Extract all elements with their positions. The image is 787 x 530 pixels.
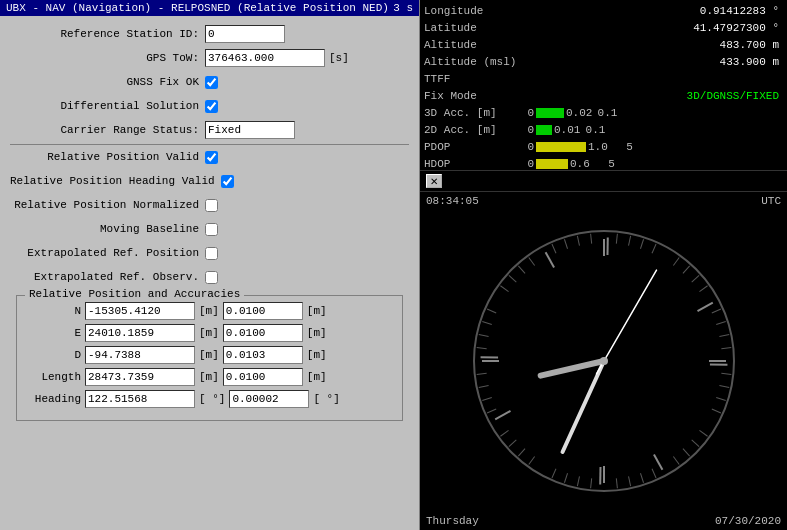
length-label: Length (25, 371, 85, 383)
gps-tow-input[interactable] (205, 49, 325, 67)
fix-mode-row: Fix Mode 3D/DGNSS/FIXED (424, 87, 783, 104)
e-acc-input[interactable] (223, 324, 303, 342)
gnss-fix-checkbox[interactable] (205, 76, 218, 89)
svg-line-57 (551, 244, 555, 253)
svg-line-40 (551, 469, 555, 478)
latitude-key: Latitude (424, 22, 514, 34)
svg-line-14 (628, 236, 630, 246)
clock-svg (464, 221, 744, 501)
svg-line-29 (699, 430, 707, 436)
svg-line-9 (480, 350, 497, 365)
svg-line-38 (577, 476, 579, 486)
svg-line-59 (577, 236, 579, 246)
length-unit: [m] (199, 371, 219, 383)
heading-acc-input[interactable] (229, 390, 309, 408)
diff-solution-label: Differential Solution (10, 100, 205, 112)
acc-2d-bar (536, 125, 552, 135)
n-input[interactable] (85, 302, 195, 320)
moving-baseline-label: Moving Baseline (10, 223, 205, 235)
longitude-row: Longitude 0.91412283 ° (424, 2, 783, 19)
carrier-range-label: Carrier Range Status: (10, 124, 205, 136)
altitude-row: Altitude 483.700 m (424, 36, 783, 53)
form-area: Reference Station ID: GPS ToW: [s] GNSS … (0, 16, 419, 530)
svg-line-49 (476, 348, 486, 349)
altitude-msl-row: Altitude (msl) 433.900 m (424, 53, 783, 70)
group-box-title: Relative Position and Accuracies (25, 288, 244, 300)
rel-pos-norm-checkbox[interactable] (205, 199, 218, 212)
e-input[interactable] (85, 324, 195, 342)
svg-line-11 (541, 252, 558, 267)
n-label: N (25, 305, 85, 317)
clock-panel: ✕ 08:34:05 UTC (420, 170, 787, 530)
extrap-ref-pos-checkbox[interactable] (205, 247, 218, 260)
altitude-key: Altitude (424, 39, 514, 51)
moving-baseline-checkbox[interactable] (205, 223, 218, 236)
heading-unit: [ °] (199, 393, 225, 405)
svg-line-35 (628, 476, 630, 486)
svg-line-33 (651, 469, 655, 478)
ref-station-label: Reference Station ID: (10, 28, 205, 40)
diff-solution-checkbox[interactable] (205, 100, 218, 113)
svg-line-44 (500, 430, 508, 436)
clock-day: Thursday (426, 515, 479, 527)
n-acc-input[interactable] (223, 302, 303, 320)
d-acc-unit: [m] (307, 349, 327, 361)
svg-point-61 (600, 357, 608, 365)
length-acc-unit: [m] (307, 371, 327, 383)
svg-line-43 (508, 440, 515, 447)
ref-station-input[interactable] (205, 25, 285, 43)
hdop-key: HDOP (424, 158, 514, 170)
rel-pos-valid-checkbox[interactable] (205, 151, 218, 164)
svg-line-55 (518, 266, 525, 273)
acc-2d-row: 2D Acc. [m] 0 0.01 0.1 (424, 121, 783, 138)
svg-line-60 (590, 234, 591, 244)
latitude-val: 41.47927300 ° (514, 22, 783, 34)
d-acc-input[interactable] (223, 346, 303, 364)
svg-line-31 (682, 449, 689, 456)
svg-line-18 (682, 266, 689, 273)
longitude-key: Longitude (424, 5, 514, 17)
heading-row: Heading [ °] [ °] (25, 390, 394, 408)
heading-input[interactable] (85, 390, 195, 408)
hdop-bar-val: 0.6 (570, 158, 590, 170)
svg-line-58 (564, 239, 567, 249)
left-panel: UBX - NAV (Navigation) - RELPOSNED (Rela… (0, 0, 420, 530)
extrap-ref-obs-row: Extrapolated Ref. Observ. (10, 267, 409, 287)
svg-line-42 (518, 449, 525, 456)
hdop-right: 5 (590, 158, 615, 170)
carrier-range-input[interactable] (205, 121, 295, 139)
rel-pos-valid-row: Relative Position Valid (10, 147, 409, 167)
acc-3d-bar-container: 0 0.02 0.1 (514, 107, 783, 119)
right-panel: Longitude 0.91412283 ° Latitude 41.47927… (420, 0, 787, 530)
ttff-row: TTFF (424, 70, 783, 87)
acc-3d-left: 0 (514, 107, 534, 119)
close-button[interactable]: ✕ (426, 174, 442, 188)
altitude-msl-key: Altitude (msl) (424, 56, 516, 68)
pdop-key: PDOP (424, 141, 514, 153)
svg-line-5 (649, 454, 666, 469)
acc-2d-bar-val: 0.01 (554, 124, 580, 136)
diff-solution-row: Differential Solution (10, 96, 409, 116)
n-unit: [m] (199, 305, 219, 317)
svg-line-39 (564, 473, 567, 483)
length-input[interactable] (85, 368, 195, 386)
acc-2d-key: 2D Acc. [m] (424, 124, 514, 136)
extrap-ref-pos-row: Extrapolated Ref. Position (10, 243, 409, 263)
rel-pos-valid-label: Relative Position Valid (10, 151, 205, 163)
heading-label: Heading (25, 393, 85, 405)
acc-2d-left: 0 (514, 124, 534, 136)
info-panel: Longitude 0.91412283 ° Latitude 41.47927… (420, 0, 787, 170)
n-acc-unit: [m] (307, 305, 327, 317)
extrap-ref-obs-checkbox[interactable] (205, 271, 218, 284)
d-input[interactable] (85, 346, 195, 364)
svg-line-53 (500, 286, 508, 292)
rel-pos-heading-label: Relative Position Heading Valid (10, 175, 221, 187)
extrap-ref-pos-label: Extrapolated Ref. Position (10, 247, 205, 259)
rel-pos-heading-checkbox[interactable] (221, 175, 234, 188)
clock-header: 08:34:05 UTC (420, 192, 787, 210)
acc-3d-right: 0.1 (592, 107, 617, 119)
length-acc-input[interactable] (223, 368, 303, 386)
svg-line-45 (487, 409, 496, 413)
e-row: E [m] [m] (25, 324, 394, 342)
svg-line-19 (691, 275, 698, 282)
